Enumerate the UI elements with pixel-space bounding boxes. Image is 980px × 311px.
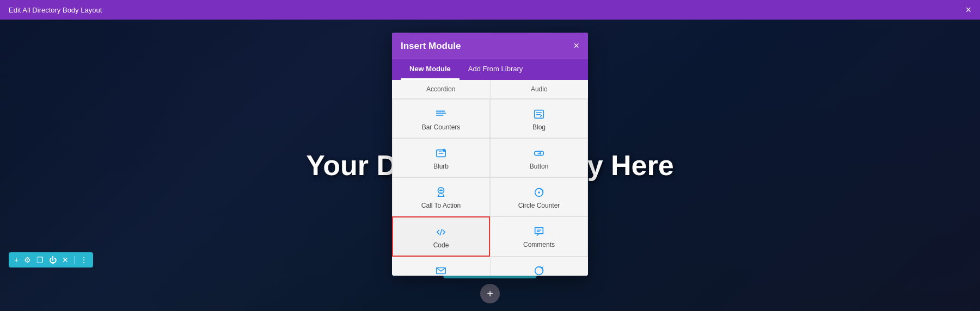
module-bar-counters-label: Bar Counters [422, 123, 461, 131]
svg-point-8 [538, 191, 540, 194]
svg-rect-0 [436, 113, 446, 114]
counter-icon [533, 265, 545, 276]
insert-module-modal: Insert Module × New Module Add From Libr… [392, 33, 588, 276]
module-audio[interactable]: Audio [491, 80, 589, 98]
tab-new-module[interactable]: New Module [401, 59, 460, 80]
comments-icon [533, 226, 545, 238]
code-icon [435, 226, 447, 238]
module-comments[interactable]: Comments [490, 216, 588, 257]
module-cta-label: Call To Action [421, 202, 461, 209]
module-grid-wrapper: Accordion Audio Bar Counters [392, 80, 588, 276]
tab-add-from-library[interactable]: Add From Library [460, 59, 531, 80]
module-accordion[interactable]: Accordion [392, 80, 491, 98]
blog-icon [533, 108, 545, 120]
svg-rect-1 [436, 115, 444, 116]
blurb-icon [435, 147, 447, 159]
circle-counter-icon [533, 186, 545, 198]
modal-backdrop: Insert Module × New Module Add From Libr… [0, 0, 980, 311]
partial-top-row: Accordion Audio [392, 80, 588, 99]
svg-rect-3 [535, 110, 544, 119]
top-bar-title: Edit All Directory Body Layout [9, 6, 102, 14]
module-blurb-label: Blurb [433, 163, 449, 170]
module-blurb[interactable]: Blurb [392, 138, 490, 177]
module-grid: Bar Counters Blog [392, 99, 588, 257]
button-icon [533, 147, 545, 159]
module-counter[interactable] [491, 257, 589, 276]
module-blog[interactable]: Blog [490, 99, 588, 138]
module-call-to-action[interactable]: Call To Action [392, 177, 490, 216]
bars-icon [435, 108, 447, 120]
module-bar-counters[interactable]: Bar Counters [392, 99, 490, 138]
partial-bottom-row [392, 257, 588, 276]
module-email[interactable] [392, 257, 491, 276]
module-code[interactable]: Code [392, 216, 490, 257]
cta-icon [435, 186, 447, 198]
modal-title: Insert Module [401, 41, 461, 52]
module-circle-counter[interactable]: Circle Counter [490, 177, 588, 216]
top-bar-close-button[interactable]: × [965, 5, 971, 15]
modal-tabs: New Module Add From Library [392, 59, 588, 80]
top-bar: Edit All Directory Body Layout × [0, 0, 980, 20]
email-icon [435, 265, 447, 276]
modal-close-button[interactable]: × [573, 40, 579, 52]
module-button-label: Button [530, 163, 549, 170]
module-button[interactable]: Button [490, 138, 588, 177]
module-circle-counter-label: Circle Counter [518, 202, 560, 209]
svg-point-5 [443, 149, 446, 152]
module-comments-label: Comments [523, 241, 555, 248]
modal-header: Insert Module × [392, 33, 588, 59]
module-blog-label: Blog [532, 123, 546, 131]
module-code-label: Code [433, 241, 449, 249]
svg-rect-2 [436, 111, 445, 112]
